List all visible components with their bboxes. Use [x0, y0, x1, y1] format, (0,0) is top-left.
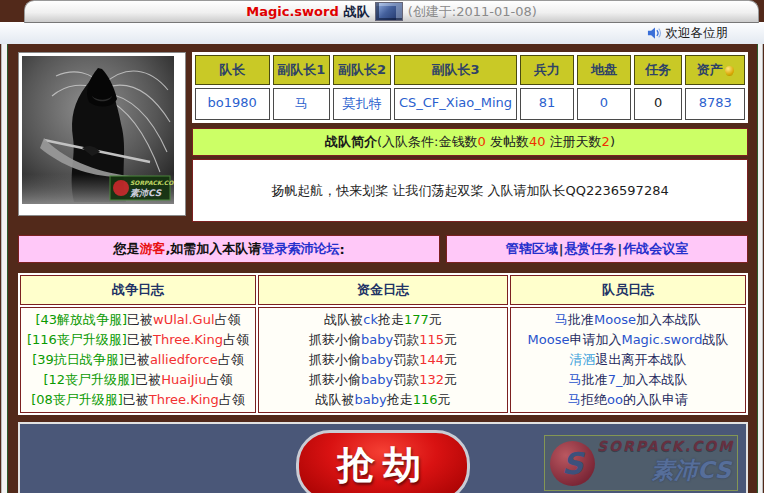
image-watermark: SORPACK.COM 素沛CS	[110, 176, 174, 200]
log-entry: 马拒绝oo的入队申请	[512, 391, 744, 409]
join-cond-prefix: (入队条件:金钱数	[377, 134, 477, 149]
top-row: SORPACK.COM 素沛CS 队长 副队长1 副队长2 副队长3 兵力 地盘…	[18, 52, 748, 222]
war-room-link[interactable]: 作战会议室	[623, 240, 688, 258]
log-entry: 马批准7_加入本战队	[512, 371, 744, 389]
member-log-list: 马批准Moose加入本战队Moose申请加入Magic.sword战队清酒退出离…	[510, 307, 746, 413]
join-cond-days: 2	[602, 134, 610, 149]
stat-header-territory: 地盘	[577, 55, 631, 85]
log-entry: 战队被ck抢走177元	[260, 311, 506, 329]
log-entry: 抓获小偷baby罚款132元	[260, 371, 506, 389]
intro-header-bar: 战队简介(入队条件:金钱数0 发帖数40 注册天数2)	[192, 128, 748, 156]
intro-description: 扬帆起航，快来划桨 让我们荡起双桨 入队请加队长QQ2236597284	[271, 182, 668, 200]
log-entry: 抓获小偷baby罚款144元	[260, 351, 506, 369]
created-date: (创建于:2011-01-08)	[408, 3, 537, 21]
funds-log-list: 战队被ck抢走177元抓获小偷baby罚款115元抓获小偷baby罚款144元抓…	[258, 307, 508, 413]
welcome-text: 欢迎各位朋	[666, 25, 729, 42]
welcome-bar: 欢迎各位朋	[0, 22, 764, 45]
link-separator: |	[558, 242, 565, 257]
stat-value-territory: 0	[577, 88, 631, 120]
bounty-link[interactable]: 悬赏任务	[565, 240, 617, 258]
guest-suffix: :	[339, 242, 344, 257]
page-frame: Magic.sword战队 (创建于:2011-01-08) 欢迎各位朋	[0, 0, 764, 493]
stat-header-vice3: 副队长3	[394, 55, 517, 85]
log-entry: [39抗日战争服]已被alliedforce占领	[22, 351, 254, 369]
speaker-icon	[647, 26, 662, 40]
log-entry: 抓获小偷baby罚款115元	[260, 331, 506, 349]
watermark-brand: 素沛CS	[597, 455, 731, 486]
stats-table: 队长 副队长1 副队长2 副队长3 兵力 地盘 任务 资产 bo1980 马 莫…	[192, 52, 748, 123]
log-entry: 马批准Moose加入本战队	[512, 311, 744, 329]
intro-description-box: 扬帆起航，快来划桨 让我们荡起双桨 入队请加队长QQ2236597284	[192, 159, 748, 222]
stat-header-assets: 资产	[685, 55, 745, 85]
join-cond-posts: 40	[529, 134, 546, 149]
stat-value-captain: bo1980	[195, 88, 270, 120]
team-title-tab: Magic.sword战队 (创建于:2011-01-08)	[24, 0, 759, 23]
assets-label: 资产	[697, 61, 723, 79]
log-entry: [43解放战争服]已被wUlal.Gul占领	[22, 311, 254, 329]
guest-login-bar: 您是游客,如需加入本队请登录索沛论坛:	[18, 235, 440, 263]
member-log-header: 队员日志	[510, 275, 746, 305]
stat-value-vice3: CS_CF_Xiao_Ming	[394, 88, 517, 120]
join-cond-mid2: 注册天数	[545, 134, 601, 149]
log-entry: [116丧尸升级服]已被Three.King占领	[22, 331, 254, 349]
stat-header-vice1: 副队长1	[273, 55, 331, 85]
grim-reaper-art: SORPACK.COM 素沛CS	[22, 56, 174, 204]
join-cond-mid1: 发帖数	[486, 134, 529, 149]
coin-icon	[725, 66, 734, 75]
territory-link[interactable]: 管辖区域	[506, 240, 558, 258]
stat-value-tasks: 0	[634, 88, 682, 120]
guest-bar-row: 您是游客,如需加入本队请登录索沛论坛: 管辖区域|悬赏任务|作战会议室	[18, 235, 748, 263]
quick-links-bar: 管辖区域|悬赏任务|作战会议室	[446, 235, 748, 263]
stats-column: 队长 副队长1 副队长2 副队长3 兵力 地盘 任务 资产 bo1980 马 莫…	[192, 52, 748, 222]
log-entry: 战队被baby抢走116元	[260, 391, 506, 409]
stat-value-troops: 81	[520, 88, 574, 120]
intro-title: 战队简介	[325, 134, 377, 149]
watermark-domain: SORPACK.COM	[597, 438, 731, 454]
stat-value-vice2: 莫扎特	[333, 88, 391, 120]
logs-section: 战争日志 资金日志 队员日志 [43解放战争服]已被wUlal.Gul占领[11…	[18, 273, 748, 415]
join-cond-suffix: )	[610, 134, 615, 149]
team-badge-icon	[375, 2, 403, 21]
svg-text:SORPACK.COM: SORPACK.COM	[130, 179, 174, 186]
guest-word: 游客	[139, 240, 165, 258]
svg-text:素沛CS: 素沛CS	[130, 188, 162, 198]
join-cond-money: 0	[477, 134, 485, 149]
stat-header-vice2: 副队长2	[333, 55, 391, 85]
team-name-suffix: 战队	[344, 3, 370, 21]
stat-value-assets: 8783	[685, 88, 745, 120]
top-tab-bar: Magic.sword战队 (创建于:2011-01-08)	[0, 0, 764, 22]
guest-pre: 您是	[113, 240, 139, 258]
rob-button[interactable]: 抢劫	[296, 430, 470, 493]
action-footer: 抢劫 S SORPACK.COM 素沛CS	[18, 422, 748, 493]
team-name: Magic.sword	[246, 4, 339, 19]
log-entry: [08丧尸升级服]已被Three.King占领	[22, 391, 254, 409]
team-emblem-image: SORPACK.COM 素沛CS	[18, 52, 186, 216]
stat-value-vice1: 马	[273, 88, 331, 120]
sorpack-watermark: S SORPACK.COM 素沛CS	[544, 435, 738, 491]
log-entry: Moose申请加入Magic.sword战队	[512, 331, 744, 349]
war-log-list: [43解放战争服]已被wUlal.Gul占领[116丧尸升级服]已被Three.…	[20, 307, 256, 413]
funds-log-header: 资金日志	[258, 275, 508, 305]
stat-header-captain: 队长	[195, 55, 270, 85]
stat-header-troops: 兵力	[520, 55, 574, 85]
sorpack-logo-icon: S	[550, 441, 595, 486]
war-log-header: 战争日志	[20, 275, 256, 305]
stat-header-tasks: 任务	[634, 55, 682, 85]
log-entry: [12丧尸升级服]已被HuaiJiu占领	[22, 371, 254, 389]
log-entry: 清酒退出离开本战队	[512, 351, 744, 369]
login-forum-link[interactable]: 登录索沛论坛	[261, 240, 339, 258]
guest-mid: ,如需加入本队请	[165, 240, 261, 258]
main-panel: SORPACK.COM 素沛CS 队长 副队长1 副队长2 副队长3 兵力 地盘…	[0, 44, 764, 493]
